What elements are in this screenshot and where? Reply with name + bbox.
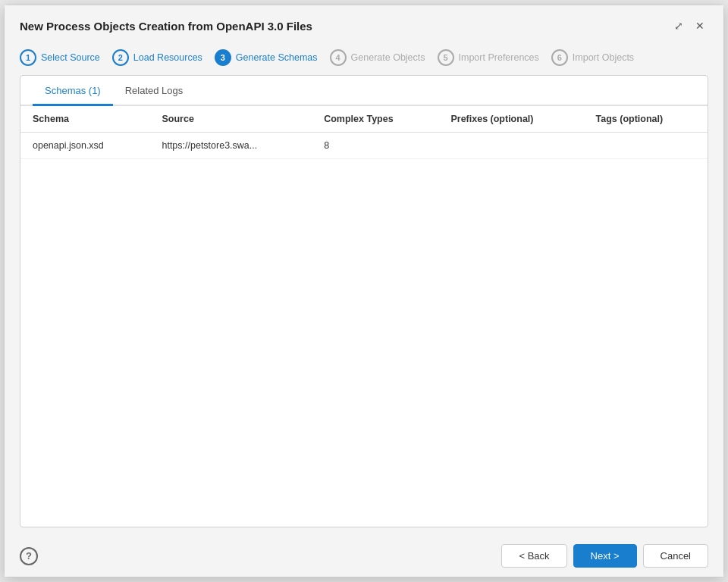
tabs-bar: Schemas (1)Related Logs — [20, 76, 708, 106]
tab-related-logs[interactable]: Related Logs — [113, 76, 196, 106]
table-body: openapi.json.xsdhttps://petstore3.swa...… — [20, 133, 708, 159]
step-label-4: Generate Objects — [351, 52, 425, 63]
col-header-prefixes-(optional): Prefixes (optional) — [438, 106, 583, 133]
content-card: Schemas (1)Related Logs SchemaSourceComp… — [20, 75, 708, 527]
step-circle-3: 3 — [215, 49, 231, 66]
footer: ? < Back Next > Cancel — [5, 535, 723, 577]
table-container: SchemaSourceComplex TypesPrefixes (optio… — [20, 106, 708, 527]
step-circle-4: 4 — [330, 49, 347, 66]
footer-right: < Back Next > Cancel — [501, 544, 708, 568]
step-1: 1Select Source — [20, 49, 100, 66]
table-header-row: SchemaSourceComplex TypesPrefixes (optio… — [20, 106, 708, 133]
col-header-tags-(optional): Tags (optional) — [584, 106, 708, 133]
step-label-6: Import Objects — [573, 52, 634, 63]
col-header-complex-types: Complex Types — [312, 106, 438, 133]
step-circle-2: 2 — [112, 49, 129, 66]
step-3: 3Generate Schemas — [215, 49, 318, 66]
step-label-1: Select Source — [41, 52, 100, 63]
step-circle-5: 5 — [438, 49, 454, 66]
next-button[interactable]: Next > — [573, 544, 637, 568]
step-5: 5Import Preferences — [438, 49, 539, 66]
cell-prefixes-(optional) — [438, 133, 583, 159]
step-label-2: Load Resources — [133, 52, 202, 63]
step-circle-6: 6 — [551, 49, 568, 66]
step-2: 2Load Resources — [112, 49, 202, 66]
help-button[interactable]: ? — [20, 547, 38, 565]
cell-tags-(optional) — [584, 133, 708, 159]
step-circle-1: 1 — [20, 49, 36, 66]
col-header-schema: Schema — [20, 106, 149, 133]
tab-schemas-(1)[interactable]: Schemas (1) — [33, 76, 113, 106]
step-label-3: Generate Schemas — [236, 52, 318, 63]
expand-button[interactable]: ⤢ — [670, 17, 687, 34]
cell-complex-types: 8 — [312, 133, 438, 159]
step-6: 6Import Objects — [551, 49, 634, 66]
close-button[interactable]: ✕ — [692, 17, 708, 34]
title-actions: ⤢ ✕ — [670, 17, 708, 34]
table-header: SchemaSourceComplex TypesPrefixes (optio… — [20, 106, 708, 133]
step-label-5: Import Preferences — [459, 52, 539, 63]
title-bar: New Process Objects Creation from OpenAP… — [5, 5, 723, 42]
close-icon: ✕ — [695, 20, 704, 32]
step-4: 4Generate Objects — [330, 49, 425, 66]
col-header-source: Source — [149, 106, 312, 133]
dialog-title: New Process Objects Creation from OpenAP… — [20, 20, 312, 33]
cell-schema: openapi.json.xsd — [20, 133, 149, 159]
wizard-steps: 1Select Source2Load Resources3Generate S… — [5, 42, 723, 75]
cell-source: https://petstore3.swa... — [149, 133, 312, 159]
cancel-button[interactable]: Cancel — [643, 544, 708, 568]
schemas-table: SchemaSourceComplex TypesPrefixes (optio… — [20, 106, 708, 159]
back-button[interactable]: < Back — [501, 544, 566, 568]
dialog: New Process Objects Creation from OpenAP… — [4, 5, 724, 577]
footer-left: ? — [20, 547, 38, 565]
table-row[interactable]: openapi.json.xsdhttps://petstore3.swa...… — [20, 133, 708, 159]
expand-icon: ⤢ — [674, 20, 683, 32]
content-area: Schemas (1)Related Logs SchemaSourceComp… — [5, 75, 723, 535]
help-icon: ? — [26, 550, 32, 562]
